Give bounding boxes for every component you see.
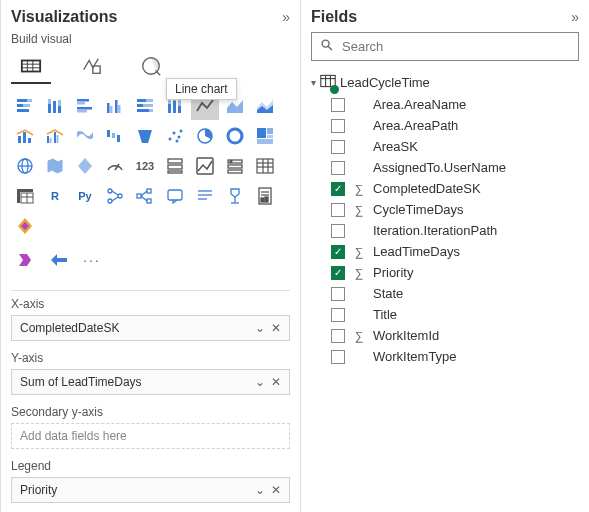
field-item[interactable]: WorkItemType	[331, 346, 579, 367]
format-tab[interactable]	[71, 50, 111, 84]
checkbox[interactable]	[331, 266, 345, 280]
checkbox[interactable]	[331, 350, 345, 364]
svg-rect-49	[112, 133, 115, 138]
field-name: Title	[373, 307, 397, 322]
yaxis-well[interactable]: Sum of LeadTimeDays ⌄ ✕	[11, 369, 290, 395]
funnel-icon[interactable]	[131, 122, 159, 150]
r-visual-icon[interactable]: R	[41, 182, 69, 210]
decomposition-tree-icon[interactable]	[131, 182, 159, 210]
svg-rect-61	[267, 135, 273, 138]
checkbox[interactable]	[331, 140, 345, 154]
xaxis-well[interactable]: CompletedDateSK ⌄ ✕	[11, 315, 290, 341]
line-stacked-column-icon[interactable]	[11, 122, 39, 150]
checkbox[interactable]	[331, 245, 345, 259]
remove-icon[interactable]: ✕	[271, 483, 281, 497]
svg-rect-92	[147, 199, 151, 203]
gauge-icon[interactable]	[101, 152, 129, 180]
stacked-bar-100-icon[interactable]	[131, 92, 159, 120]
search-box[interactable]	[311, 32, 579, 61]
svg-point-54	[178, 136, 181, 139]
more-options-icon[interactable]: ···	[79, 252, 105, 268]
checkbox[interactable]	[331, 182, 345, 196]
stacked-area-icon[interactable]	[251, 92, 279, 120]
field-item[interactable]: AreaSK	[331, 136, 579, 157]
collapse-fields-icon[interactable]: »	[571, 9, 579, 25]
kpi-icon[interactable]	[191, 152, 219, 180]
multi-row-card-icon[interactable]	[161, 152, 189, 180]
checkbox[interactable]	[331, 98, 345, 112]
qa-icon[interactable]	[161, 182, 189, 210]
azure-map-icon[interactable]	[71, 152, 99, 180]
field-item[interactable]: State	[331, 283, 579, 304]
search-input[interactable]	[338, 37, 570, 56]
treemap-icon[interactable]	[251, 122, 279, 150]
collapse-viz-icon[interactable]: »	[282, 9, 290, 25]
field-item[interactable]: ∑CycleTimeDays	[331, 199, 579, 220]
viz-extra-row: ···	[11, 246, 290, 274]
xaxis-label: X-axis	[11, 297, 290, 311]
line-clustered-column-icon[interactable]	[41, 122, 69, 150]
field-item[interactable]: ∑LeadTimeDays	[331, 241, 579, 262]
power-automate-icon[interactable]	[11, 246, 39, 274]
stacked-bar-icon[interactable]	[11, 92, 39, 120]
map-icon[interactable]	[11, 152, 39, 180]
field-item[interactable]: Area.AreaName	[331, 94, 579, 115]
field-name: WorkItemId	[373, 328, 439, 343]
paginated-report-icon[interactable]	[251, 182, 279, 210]
svg-rect-17	[58, 100, 61, 106]
svg-point-85	[108, 189, 112, 193]
donut-icon[interactable]	[221, 122, 249, 150]
expand-icon[interactable]: ▾	[311, 77, 316, 88]
matrix-icon[interactable]	[11, 182, 39, 210]
slicer-icon[interactable]	[221, 152, 249, 180]
filled-map-icon[interactable]	[41, 152, 69, 180]
legend-well[interactable]: Priority ⌄ ✕	[11, 477, 290, 503]
svg-rect-9	[27, 99, 32, 102]
field-item[interactable]: ∑CompletedDateSK	[331, 178, 579, 199]
build-tab[interactable]	[11, 50, 51, 84]
card-icon[interactable]: 123	[131, 152, 159, 180]
checkbox[interactable]	[331, 329, 345, 343]
secondary-yaxis-well[interactable]: Add data fields here	[11, 423, 290, 449]
svg-rect-31	[137, 109, 149, 112]
remove-icon[interactable]: ✕	[271, 375, 281, 389]
remove-icon[interactable]: ✕	[271, 321, 281, 335]
checkbox[interactable]	[331, 287, 345, 301]
key-influencers-icon[interactable]	[101, 182, 129, 210]
checkbox[interactable]	[331, 119, 345, 133]
table-icon[interactable]	[251, 152, 279, 180]
field-name: CycleTimeDays	[373, 202, 464, 217]
field-item[interactable]: Area.AreaPath	[331, 115, 579, 136]
py-visual-icon[interactable]: Py	[71, 182, 99, 210]
analytics-tab[interactable]	[131, 50, 171, 84]
field-item[interactable]: ∑WorkItemId	[331, 325, 579, 346]
field-item[interactable]: ∑Priority	[331, 262, 579, 283]
stacked-column-icon[interactable]	[41, 92, 69, 120]
checkbox[interactable]	[331, 224, 345, 238]
checkbox[interactable]	[331, 161, 345, 175]
table-node[interactable]: ▾ LeadCycleTime	[311, 71, 579, 94]
smart-narrative-icon[interactable]	[191, 182, 219, 210]
viz-gallery: 123 R Py	[11, 92, 290, 240]
checkbox[interactable]	[331, 308, 345, 322]
svg-rect-13	[48, 104, 51, 113]
search-icon	[320, 38, 334, 55]
pie-icon[interactable]	[191, 122, 219, 150]
field-name: State	[373, 286, 403, 301]
goals-icon[interactable]	[221, 182, 249, 210]
field-item[interactable]: AssignedTo.UserName	[331, 157, 579, 178]
ribbon-chart-icon[interactable]	[71, 122, 99, 150]
get-more-visuals-icon[interactable]	[45, 246, 73, 274]
clustered-column-icon[interactable]	[101, 92, 129, 120]
field-item[interactable]: Iteration.IterationPath	[331, 220, 579, 241]
power-apps-icon[interactable]	[11, 212, 39, 240]
chevron-down-icon[interactable]: ⌄	[255, 321, 265, 335]
clustered-bar-icon[interactable]	[71, 92, 99, 120]
chevron-down-icon[interactable]: ⌄	[255, 375, 265, 389]
checkbox[interactable]	[331, 203, 345, 217]
field-item[interactable]: Title	[331, 304, 579, 325]
chevron-down-icon[interactable]: ⌄	[255, 483, 265, 497]
svg-rect-75	[257, 159, 273, 173]
scatter-icon[interactable]	[161, 122, 189, 150]
waterfall-icon[interactable]	[101, 122, 129, 150]
